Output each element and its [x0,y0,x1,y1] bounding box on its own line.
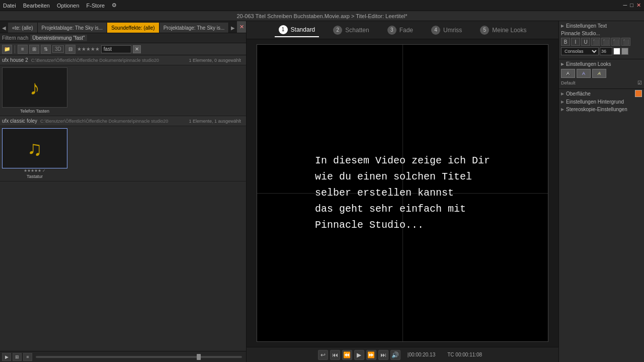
looks-label-standard: Standard [291,26,315,33]
looks-tab-schatten[interactable]: 2 Schatten [329,24,373,37]
list-item[interactable]: ♫ ★★★★★ ✓ Tastatur [2,128,67,179]
tab-all[interactable]: «te: (alle) [8,23,38,33]
font-color-swatch[interactable] [613,48,620,55]
menu-optionen[interactable]: Optionen [57,3,79,9]
looks-preset-2[interactable]: A [577,69,591,78]
media-thumb-2: ♫ [2,128,67,168]
media-items-1: ♪ Telefon Tasten [0,65,246,116]
bold-btn[interactable]: B [561,38,570,46]
font-az-swatch[interactable] [621,48,628,55]
right-panel: ▶ Einstellungen Text Pinnacle Studio... … [558,21,644,362]
media-group-header-2: ufx classic foley C:\Benutzer\Öffentlich… [0,116,246,126]
transport-next[interactable]: ⏩ [366,350,376,360]
tab-projekt1[interactable]: Projektablage: The Sky is... [38,23,108,33]
looks-label-schatten: Schatten [345,27,369,34]
align-center-btn[interactable]: ⬛ [601,38,610,46]
transport-tc: TC 00:00:11:08 [447,352,482,357]
toolbar-sort[interactable]: ⇅ [41,45,51,54]
tab-bar: ◀ «te: (alle) Projektablage: The Sky is.… [0,21,246,33]
align-justify-btn[interactable]: ⬛ [621,38,630,46]
media-group-2: ufx classic foley C:\Benutzer\Öffentlich… [0,116,246,182]
toolbar-3d-btn[interactable]: 3D [52,45,64,53]
bt-grid-btn[interactable]: ⊞ [13,353,22,361]
transport-loop[interactable]: ↩ [318,350,328,360]
looks-preset-1[interactable]: A [561,69,575,78]
looks-settings-arrow: ▶ [561,62,564,66]
star-rating-filter[interactable]: ★★★★★ [77,46,100,52]
font-size-input[interactable] [600,47,612,55]
background-accordion[interactable]: ▶ Einstellungen Hintergrund [559,98,644,106]
font-studio-label: Pinnacle Studio... [561,31,642,36]
looks-label-umriss: Umriss [443,27,462,34]
bt-slider-thumb [197,354,201,360]
search-clear-btn[interactable]: ✕ [133,45,141,53]
preview-window[interactable]: In diesem Video zeige ich Dir wie du ein… [257,44,548,342]
background-label: Einstellungen Hintergrund [566,99,624,105]
toolbar-view-toggle[interactable]: ⊟ [65,45,75,54]
media-thumb-1: ♪ [2,67,67,108]
tab-close-btn[interactable]: ✕ [237,21,246,33]
stereo-label: Stereoskopie-Einstellungen [566,107,627,112]
tab-soundeffekte[interactable]: Soundeffekte: (alle) [107,23,159,33]
looks-toolbar: 1 Standard 2 Schatten 3 Fade 4 Umriss 5 … [247,21,558,39]
menu-datei[interactable]: Datei [3,3,16,9]
surface-color-swatch[interactable] [635,90,642,97]
looks-settings-header[interactable]: ▶ Einstellungen Looks [561,61,642,67]
window-controls: ─ □ ✕ [623,2,641,9]
looks-num-3: 3 [387,26,396,35]
surface-label: Oberfläche [566,91,591,97]
looks-tab-fade[interactable]: 3 Fade [383,24,417,37]
font-select[interactable]: Consolas [561,47,599,55]
center-panel: 1 Standard 2 Schatten 3 Fade 4 Umriss 5 … [247,21,558,362]
bt-play-btn[interactable]: ▶ [2,353,11,361]
stereo-arrow-icon: ▶ [561,107,564,112]
bt-slider[interactable] [36,356,242,358]
filter-label: Filtern nach [2,35,28,41]
surface-accordion[interactable]: ▶ Oberfläche [559,89,644,98]
maximize-icon[interactable]: □ [630,2,633,9]
looks-tab-umriss[interactable]: 4 Umriss [427,24,466,37]
tab-scroll-left[interactable]: ◀ [0,23,8,33]
underline-btn[interactable]: U [581,38,590,46]
transport-end[interactable]: ⏭ [378,350,388,360]
transport-start[interactable]: ⏮ [330,350,340,360]
looks-num-1: 1 [279,25,288,34]
close-icon[interactable]: ✕ [636,2,641,9]
music-icon-2: ♫ [27,137,42,160]
default-label: Default [561,80,576,85]
music-icon-1: ♪ [30,76,40,99]
media-list: ufx house 2 C:\Benutzer\Öffentlich\Öffen… [0,55,246,351]
transport-volume[interactable]: 🔊 [390,350,400,360]
stereo-accordion[interactable]: ▶ Stereoskopie-Einstellungen [559,106,644,113]
minimize-icon[interactable]: ─ [623,2,627,9]
transport-play[interactable]: ▶ [354,350,364,360]
looks-tab-meine[interactable]: 5 Meine Looks [476,24,530,37]
search-input[interactable] [101,45,131,53]
media-group-1: ufx house 2 C:\Benutzer\Öffentlich\Öffen… [0,55,246,116]
italic-btn[interactable]: I [571,38,580,46]
transport-prev[interactable]: ⏪ [342,350,352,360]
toolbar-grid-view[interactable]: ⊞ [29,45,39,54]
menu-fstore[interactable]: F-Store [87,3,105,9]
bt-list-btn[interactable]: ≡ [23,353,32,361]
group1-count: 1 Elemente, 0 ausgewählt [189,58,241,63]
looks-preset-3[interactable]: A [592,69,606,78]
looks-tab-standard[interactable]: 1 Standard [275,23,319,37]
tab-scroll-right[interactable]: ▶ [229,23,237,33]
media-items-2: ♫ ★★★★★ ✓ Tastatur [0,126,246,181]
text-settings-section: ▶ Einstellungen Text Pinnacle Studio... … [559,21,644,59]
align-left-btn[interactable]: ⬛ [591,38,600,46]
group2-count: 1 Elemente, 1 ausgewählt [189,119,241,124]
looks-num-2: 2 [333,26,342,35]
list-item[interactable]: ♪ Telefon Tasten [2,67,67,114]
filter-value[interactable]: Übereinstimmung "fast" [30,35,87,41]
text-settings-header[interactable]: ▶ Einstellungen Text [561,23,642,29]
font-row: Consolas [561,47,642,55]
toolbar-folder-icon[interactable]: 📁 [2,45,12,54]
window-title: 20-063 Titel Schreiben Buchstaben.Movie.… [236,13,407,19]
toolbar-list-view[interactable]: ≡ [18,45,28,54]
tab-projekt2[interactable]: Projektablage: The Sky is... [159,23,229,33]
menu-settings-icon[interactable]: ⚙ [112,2,117,9]
align-right-btn[interactable]: ⬛ [611,38,620,46]
menu-bearbeiten[interactable]: Bearbeiten [23,3,50,9]
